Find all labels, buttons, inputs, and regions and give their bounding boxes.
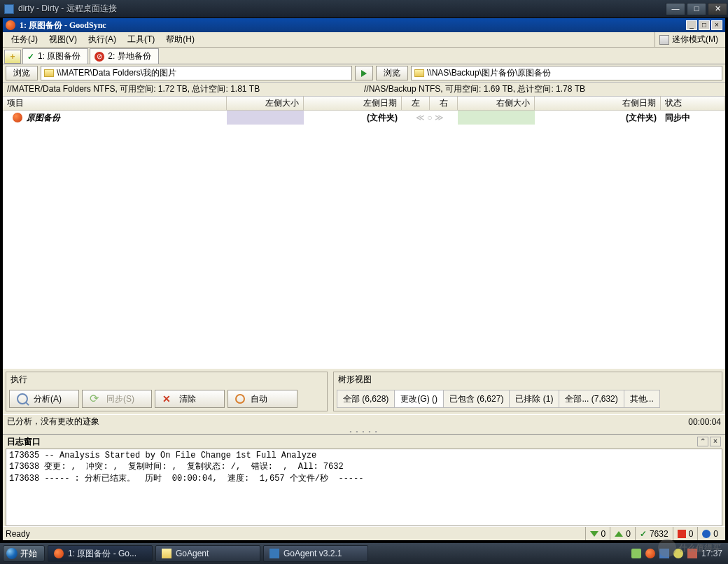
tray-icon-4[interactable] <box>673 549 683 558</box>
log-body[interactable]: 173635 -- Analysis Started by On File Ch… <box>6 449 722 526</box>
gs-maximize-button[interactable]: □ <box>699 20 710 30</box>
play-icon <box>361 70 367 77</box>
tree-all2-tab[interactable]: 全部... (7,632) <box>559 390 624 408</box>
x-icon: ✕ <box>162 393 174 404</box>
log-collapse-button[interactable]: ⌃ <box>697 437 708 446</box>
tree-changes-tab[interactable]: 更改(G) () <box>395 390 444 408</box>
row-status: 同步中 <box>661 112 725 124</box>
left-path-text: \\MATER\Data Folders\我的图片 <box>57 67 176 79</box>
tree-other-tab[interactable]: 其他... <box>624 390 660 408</box>
add-job-button[interactable]: + <box>4 50 21 64</box>
tray-icon-3[interactable] <box>659 549 669 558</box>
gs-minimize-button[interactable]: _ <box>686 20 697 30</box>
status-text: 已分析，没有更改的迹象 <box>7 416 99 428</box>
go-button[interactable] <box>355 66 373 80</box>
log-close-button[interactable]: × <box>710 437 721 446</box>
stat-down: 0 <box>585 527 610 540</box>
goodsync-icon <box>6 20 15 30</box>
clock-icon <box>235 394 245 404</box>
splitter-grip[interactable]: • • • • • <box>3 428 725 434</box>
ready-label: Ready <box>6 529 30 539</box>
job-tab-1[interactable]: ✓ 1: 原图备份 <box>22 48 88 64</box>
tree-all-tab[interactable]: 全部 (6,628) <box>337 390 395 408</box>
sync-button: ⟳同步(S) <box>82 390 152 408</box>
table-row[interactable]: 原图备份 (文件夹) ≪ ○ ≫ (文件夹) 同步中 <box>3 111 725 125</box>
info-row: //MATER/Data Folders NTFS, 可用空间: 1.72 TB… <box>3 83 725 97</box>
info-icon <box>702 530 710 538</box>
arrow-up-icon <box>615 531 623 537</box>
row-direction: ≪ ○ ≫ <box>402 113 458 122</box>
col-item[interactable]: 项目 <box>3 97 227 110</box>
col-left-size[interactable]: 左侧大小 <box>227 97 304 110</box>
stat-info: 0 <box>697 527 722 540</box>
exec-title: 执行 <box>6 372 327 387</box>
goodsync-title: 1: 原图备份 - GoodSync <box>20 20 686 31</box>
folder-icon <box>162 549 172 558</box>
status-line: 已分析，没有更改的迹象 00:00:04 <box>3 414 725 428</box>
mini-mode-label: 迷你模式(M) <box>672 34 718 45</box>
col-right-size[interactable]: 右侧大小 <box>458 97 535 110</box>
right-path-text: \\NAS\Backup\图片备份\原图备份 <box>427 67 551 79</box>
auto-button[interactable]: 自动 <box>227 390 298 408</box>
minimize-button[interactable]: — <box>666 3 685 15</box>
tray-icon-1[interactable] <box>631 549 641 558</box>
col-status[interactable]: 状态 <box>661 97 725 110</box>
maximize-button[interactable]: □ <box>687 3 706 15</box>
log-title: 日志窗口 <box>7 436 41 448</box>
left-path-input[interactable]: \\MATER\Data Folders\我的图片 <box>41 66 352 80</box>
col-left-date[interactable]: 左侧日期 <box>304 97 402 110</box>
start-button[interactable]: 开始 <box>3 545 45 562</box>
job-tab-2[interactable]: ⊘ 2: 异地备份 <box>90 48 158 64</box>
goodsync-titlebar: 1: 原图备份 - GoodSync _ □ × <box>3 18 725 32</box>
mini-mode-button[interactable]: 迷你模式(M) <box>654 32 722 47</box>
warn-icon <box>678 530 686 538</box>
job-tab-bar: + ✓ 1: 原图备份 ⊘ 2: 异地备份 <box>3 48 725 64</box>
clear-button[interactable]: ✕清除 <box>155 390 225 408</box>
error-icon: ⊘ <box>94 52 104 62</box>
path-row: 浏览 \\MATER\Data Folders\我的图片 浏览 \\NAS\Ba… <box>3 64 725 83</box>
rdp-titlebar: dirty - Dirty - 远程桌面连接 — □ ✕ <box>0 0 728 17</box>
folder-icon <box>44 69 54 77</box>
rdp-icon <box>4 4 14 14</box>
menu-job[interactable]: 任务(J) <box>6 32 43 47</box>
tray-time: 17:37 <box>701 549 722 558</box>
row-left-date: (文件夹) <box>304 112 402 124</box>
right-path-input[interactable]: \\NAS\Backup\图片备份\原图备份 <box>411 66 722 80</box>
menu-view[interactable]: 视图(V) <box>43 32 83 47</box>
job-tab-2-label: 2: 异地备份 <box>108 50 150 62</box>
stat-up: 0 <box>610 527 635 540</box>
table-header: 项目 左侧大小 左侧日期 左 右 右侧大小 右侧日期 状态 <box>3 97 725 111</box>
folder-icon <box>414 69 424 77</box>
arrow-down-icon <box>590 531 598 537</box>
close-button[interactable]: ✕ <box>708 3 727 15</box>
magnifier-icon <box>17 393 28 404</box>
taskbar-goagent-folder[interactable]: GoAgent <box>155 545 260 562</box>
browse-right-button[interactable]: 浏览 <box>376 66 408 80</box>
stat-warn: 0 <box>673 527 698 540</box>
tray-icon-5[interactable] <box>687 549 697 558</box>
exec-panel: 执行 分析(A) ⟳同步(S) ✕清除 自动 <box>6 372 328 411</box>
menu-help[interactable]: 帮助(H) <box>160 32 200 47</box>
gs-close-button[interactable]: × <box>711 20 722 30</box>
analyze-button[interactable]: 分析(A) <box>9 390 79 408</box>
row-right-date: (文件夹) <box>535 112 661 124</box>
col-right[interactable]: 右 <box>430 97 458 110</box>
taskbar-goodsync[interactable]: 1: 原图备份 - Go... <box>48 545 153 562</box>
col-right-date[interactable]: 右侧日期 <box>535 97 661 110</box>
col-left[interactable]: 左 <box>402 97 430 110</box>
tree-panel: 树形视图 全部 (6,628) 更改(G) () 已包含 (6,627) 已排除… <box>333 372 722 411</box>
row-left-size <box>227 111 304 125</box>
tree-excluded-tab[interactable]: 已排除 (1) <box>510 390 559 408</box>
menu-run[interactable]: 执行(A) <box>83 32 122 47</box>
menu-bar: 任务(J) 视图(V) 执行(A) 工具(T) 帮助(H) 迷你模式(M) <box>3 32 725 48</box>
menu-tools[interactable]: 工具(T) <box>122 32 160 47</box>
browse-left-button[interactable]: 浏览 <box>6 66 38 80</box>
python-icon <box>270 549 279 558</box>
mini-mode-icon <box>659 35 669 45</box>
taskbar-goagent-app[interactable]: GoAgent v3.2.1 <box>263 545 368 562</box>
bottom-status-bar: Ready 0 0 ✓7632 0 0 <box>3 526 725 540</box>
sync-icon: ⟳ <box>90 393 101 404</box>
system-tray[interactable]: 17:37 <box>631 549 725 558</box>
tray-goodsync-icon[interactable] <box>645 549 655 558</box>
tree-included-tab[interactable]: 已包含 (6,627) <box>444 390 510 408</box>
